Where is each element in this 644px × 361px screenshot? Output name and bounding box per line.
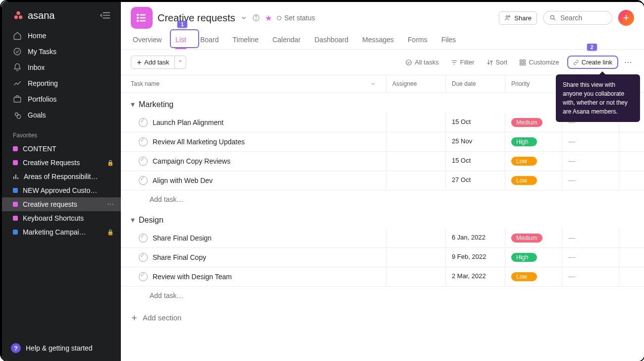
customize-icon bbox=[519, 59, 526, 66]
sidebar-item-reporting[interactable]: Reporting bbox=[6, 75, 117, 91]
all-tasks-button[interactable]: All tasks bbox=[401, 56, 442, 68]
complete-toggle[interactable] bbox=[139, 176, 148, 185]
section-design-header[interactable]: ▾ Design bbox=[121, 208, 644, 229]
sort-button[interactable]: Sort bbox=[483, 56, 512, 68]
sidebar-header: asana bbox=[2, 2, 121, 26]
svg-point-23 bbox=[509, 16, 510, 17]
add-task-caret[interactable] bbox=[175, 56, 186, 69]
search-input[interactable]: Search bbox=[543, 11, 612, 25]
collapse-sidebar-icon[interactable] bbox=[98, 9, 113, 22]
customize-button[interactable]: Customize bbox=[515, 56, 563, 68]
tab-calendar[interactable]: Calendar bbox=[270, 33, 303, 49]
project-color-icon bbox=[13, 188, 18, 193]
people-icon bbox=[504, 14, 511, 21]
table-row[interactable]: Review All Marketing Updates 25 Nov High… bbox=[121, 132, 644, 152]
reporting-icon bbox=[13, 79, 22, 88]
add-task-button[interactable]: Add task bbox=[131, 56, 175, 69]
plus-icon bbox=[622, 14, 630, 22]
favorite-marketing-campaign[interactable]: Marketing Campai… 🔒 bbox=[2, 225, 121, 239]
chevron-down-icon[interactable] bbox=[240, 14, 247, 21]
add-task-inline[interactable]: Add task… bbox=[121, 190, 644, 208]
lock-icon: 🔒 bbox=[107, 229, 114, 236]
tab-messages[interactable]: Messages bbox=[360, 33, 396, 49]
info-icon[interactable] bbox=[252, 14, 260, 22]
tab-forms[interactable]: Forms bbox=[406, 33, 429, 49]
column-priority[interactable]: Priority bbox=[505, 75, 562, 92]
set-status-button[interactable]: Set status bbox=[277, 14, 315, 22]
svg-point-17 bbox=[137, 17, 138, 18]
caret-down-icon[interactable]: ▾ bbox=[131, 100, 135, 109]
project-color-icon bbox=[13, 160, 18, 165]
complete-toggle[interactable] bbox=[139, 118, 148, 127]
project-color-icon bbox=[13, 202, 18, 207]
more-button[interactable]: ⋯ bbox=[622, 56, 634, 69]
omni-add-button[interactable] bbox=[618, 10, 634, 26]
chevron-down-icon bbox=[178, 59, 183, 63]
chevron-down-icon[interactable] bbox=[370, 81, 376, 87]
sidebar-item-portfolios[interactable]: Portfolios bbox=[6, 91, 117, 107]
filter-button[interactable]: Filter bbox=[447, 56, 479, 68]
svg-rect-37 bbox=[524, 63, 526, 65]
column-task[interactable]: Task name bbox=[121, 75, 386, 92]
create-link-button[interactable]: Create link 2 bbox=[567, 56, 618, 69]
favorite-areas[interactable]: Areas of Responsibilit… bbox=[2, 170, 121, 183]
project-title[interactable]: Creative requests bbox=[158, 12, 235, 24]
svg-point-1 bbox=[14, 15, 18, 19]
check-circle-icon bbox=[13, 47, 22, 56]
status-dot-icon bbox=[277, 16, 281, 20]
link-icon bbox=[573, 60, 579, 65]
help-button[interactable]: ? Help & getting started bbox=[2, 335, 121, 361]
more-icon[interactable]: ⋯ bbox=[107, 200, 114, 208]
favorite-content[interactable]: CONTENT bbox=[2, 142, 121, 156]
topbar-right: Share Search bbox=[499, 10, 634, 26]
table-row[interactable]: Align with Web Dev 27 Oct Low — bbox=[121, 171, 644, 190]
topbar: Creative requests ★ Set status Share Sea… bbox=[121, 2, 644, 50]
topbar-row: Creative requests ★ Set status Share Sea… bbox=[131, 7, 634, 29]
table-row[interactable]: Review with Design Team 2 Mar, 2022 Low … bbox=[121, 267, 644, 287]
project-color-icon bbox=[13, 216, 18, 221]
table-row[interactable]: Share Final Design 6 Jan, 2022 Medium — bbox=[121, 229, 644, 248]
create-link-tooltip: Share this view with anyone you collabor… bbox=[556, 74, 640, 122]
caret-down-icon[interactable]: ▾ bbox=[131, 215, 135, 225]
share-button[interactable]: Share bbox=[499, 11, 537, 25]
brand[interactable]: asana bbox=[13, 10, 55, 21]
tab-dashboard[interactable]: Dashboard bbox=[313, 33, 351, 49]
complete-toggle[interactable] bbox=[139, 272, 148, 281]
sidebar-item-goals[interactable]: Goals bbox=[6, 107, 117, 123]
annotation-2: 2 bbox=[587, 44, 597, 51]
favorites-list: CONTENT Creative Requests 🔒 Areas of Res… bbox=[2, 142, 121, 239]
project-color-icon bbox=[13, 230, 18, 235]
add-task-inline[interactable]: Add task… bbox=[121, 287, 644, 304]
complete-toggle[interactable] bbox=[139, 137, 148, 146]
tab-overview[interactable]: Overview bbox=[131, 33, 163, 49]
sidebar-item-home[interactable]: Home bbox=[6, 28, 117, 44]
column-due[interactable]: Due date bbox=[446, 75, 505, 92]
favorite-creative-requests[interactable]: Creative Requests 🔒 bbox=[2, 156, 121, 170]
sidebar-item-mytasks[interactable]: My Tasks bbox=[6, 44, 117, 60]
svg-rect-34 bbox=[520, 60, 522, 61]
add-section-button[interactable]: Add section bbox=[121, 304, 644, 331]
bell-icon bbox=[13, 63, 22, 72]
lock-icon: 🔒 bbox=[107, 160, 114, 166]
star-icon[interactable]: ★ bbox=[265, 13, 272, 23]
plus-icon bbox=[136, 60, 142, 65]
asana-logo-icon bbox=[13, 10, 24, 21]
favorite-keyboard-shortcuts[interactable]: Keyboard Shortcuts bbox=[2, 211, 121, 225]
tab-list[interactable]: List bbox=[173, 33, 188, 49]
tab-files[interactable]: Files bbox=[439, 33, 458, 49]
complete-toggle[interactable] bbox=[139, 253, 148, 262]
svg-point-24 bbox=[550, 15, 554, 19]
svg-point-30 bbox=[406, 60, 412, 65]
column-assignee[interactable]: Assignee bbox=[386, 75, 446, 92]
favorite-creative-requests-active[interactable]: Creative requests ⋯ bbox=[2, 197, 121, 211]
sidebar-item-inbox[interactable]: Inbox bbox=[6, 60, 117, 75]
tab-timeline[interactable]: Timeline bbox=[231, 33, 261, 49]
project-icon[interactable] bbox=[131, 7, 153, 29]
table-row[interactable]: Campaign Copy Reviews 15 Oct Low — bbox=[121, 152, 644, 171]
complete-toggle[interactable] bbox=[139, 234, 148, 242]
svg-point-16 bbox=[137, 14, 138, 15]
table-row[interactable]: Share Final Copy 9 Feb, 2022 High — bbox=[121, 248, 644, 267]
favorite-new-approved[interactable]: NEW Approved Custo… bbox=[2, 183, 121, 197]
complete-toggle[interactable] bbox=[139, 157, 148, 166]
tab-board[interactable]: Board bbox=[198, 33, 220, 49]
